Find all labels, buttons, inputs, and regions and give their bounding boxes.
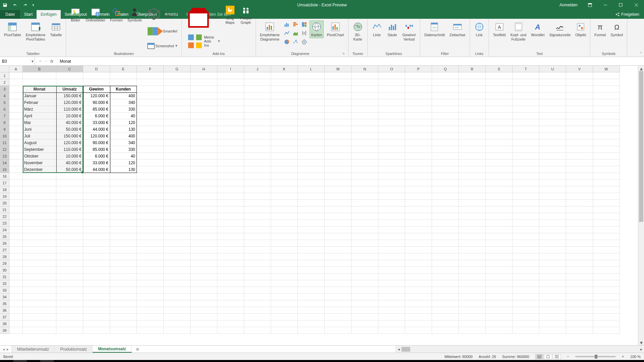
cell-T35[interactable] xyxy=(513,300,539,307)
cell-J7[interactable] xyxy=(244,113,271,119)
cell-P16[interactable] xyxy=(405,173,432,180)
cell-W9[interactable] xyxy=(593,126,620,133)
cell-H21[interactable] xyxy=(191,206,217,213)
cell-H1[interactable] xyxy=(191,72,217,79)
cell-T26[interactable] xyxy=(513,240,539,247)
row-header-1[interactable]: 1 xyxy=(0,72,9,79)
cell-D35[interactable] xyxy=(83,300,110,307)
cell-N32[interactable] xyxy=(352,280,378,287)
cell-V37[interactable] xyxy=(566,314,593,320)
cell-V1[interactable] xyxy=(566,72,593,79)
cell-W34[interactable] xyxy=(593,294,620,300)
row-header-23[interactable]: 23 xyxy=(0,220,9,227)
cell-O4[interactable] xyxy=(378,93,405,99)
cell-L17[interactable] xyxy=(298,180,325,186)
cell-G33[interactable] xyxy=(164,287,191,294)
cell-U38[interactable] xyxy=(539,320,566,327)
cell-M19[interactable] xyxy=(325,193,352,200)
cell-U26[interactable] xyxy=(539,240,566,247)
cell-D3[interactable]: Gewinn xyxy=(83,86,110,93)
cell-Q5[interactable] xyxy=(432,99,459,106)
cell-W19[interactable] xyxy=(593,193,620,200)
cell-O11[interactable] xyxy=(378,139,405,146)
cell-V21[interactable] xyxy=(566,206,593,213)
col-header-C[interactable]: C xyxy=(56,66,83,72)
cell-L36[interactable] xyxy=(298,307,325,314)
cell-L6[interactable] xyxy=(298,106,325,113)
cell-E32[interactable] xyxy=(110,280,137,287)
cell-G18[interactable] xyxy=(164,186,191,193)
cell-P23[interactable] xyxy=(405,220,432,227)
sparkline-line-button[interactable]: Linie xyxy=(370,21,384,38)
cell-M10[interactable] xyxy=(325,133,352,139)
cell-G25[interactable] xyxy=(164,233,191,240)
cell-U32[interactable] xyxy=(539,280,566,287)
cell-N35[interactable] xyxy=(352,300,378,307)
cell-W18[interactable] xyxy=(593,186,620,193)
cell-R34[interactable] xyxy=(459,294,486,300)
cell-G36[interactable] xyxy=(164,307,191,314)
cell-N28[interactable] xyxy=(352,253,378,260)
cell-T13[interactable] xyxy=(513,153,539,160)
col-header-H[interactable]: H xyxy=(191,66,217,72)
cell-L23[interactable] xyxy=(298,220,325,227)
cell-U18[interactable] xyxy=(539,186,566,193)
cell-V30[interactable] xyxy=(566,267,593,274)
cell-V8[interactable] xyxy=(566,119,593,126)
cell-I18[interactable] xyxy=(217,186,244,193)
col-header-N[interactable]: N xyxy=(352,66,378,72)
header-footer-button[interactable]: Kopf- und Fußzeile xyxy=(509,21,528,42)
cell-U1[interactable] xyxy=(539,72,566,79)
cell-G29[interactable] xyxy=(164,260,191,267)
cell-B17[interactable] xyxy=(23,180,56,186)
cell-O32[interactable] xyxy=(378,280,405,287)
cell-E7[interactable]: 40 xyxy=(110,113,137,119)
cell-D31[interactable] xyxy=(83,274,110,280)
signature-line-button[interactable]: Signaturzeile xyxy=(548,21,572,38)
cell-C19[interactable] xyxy=(56,193,83,200)
people-graph-button[interactable]: People Graph xyxy=(239,4,253,25)
cell-U27[interactable] xyxy=(539,247,566,253)
cell-C5[interactable]: 120.000 € xyxy=(56,99,83,106)
cell-H17[interactable] xyxy=(191,180,217,186)
cell-B23[interactable] xyxy=(23,220,56,227)
cell-D38[interactable] xyxy=(83,320,110,327)
cell-M39[interactable] xyxy=(325,327,352,334)
cell-H32[interactable] xyxy=(191,280,217,287)
cell-I30[interactable] xyxy=(217,267,244,274)
treemap-chart-icon[interactable] xyxy=(301,21,308,28)
cell-Q14[interactable] xyxy=(432,160,459,166)
cell-W15[interactable] xyxy=(593,166,620,173)
cell-F11[interactable] xyxy=(137,139,164,146)
cell-M25[interactable] xyxy=(325,233,352,240)
cell-A7[interactable] xyxy=(9,113,23,119)
row-header-39[interactable]: 39 xyxy=(0,327,9,334)
cell-S4[interactable] xyxy=(486,93,513,99)
row-header-21[interactable]: 21 xyxy=(0,206,9,213)
cell-Q19[interactable] xyxy=(432,193,459,200)
cell-T23[interactable] xyxy=(513,220,539,227)
cell-H23[interactable] xyxy=(191,220,217,227)
cell-N1[interactable] xyxy=(352,72,378,79)
cell-J2[interactable] xyxy=(244,79,271,86)
cell-J39[interactable] xyxy=(244,327,271,334)
cell-H29[interactable] xyxy=(191,260,217,267)
cell-W17[interactable] xyxy=(593,180,620,186)
cell-D37[interactable] xyxy=(83,314,110,320)
cell-H9[interactable] xyxy=(191,126,217,133)
cell-M38[interactable] xyxy=(325,320,352,327)
cell-P28[interactable] xyxy=(405,253,432,260)
cell-B1[interactable] xyxy=(23,72,56,79)
scroll-up-icon[interactable]: ▴ xyxy=(638,66,644,71)
cell-K9[interactable] xyxy=(271,126,298,133)
cell-Q28[interactable] xyxy=(432,253,459,260)
cell-C13[interactable]: 10.000 € xyxy=(56,153,83,160)
cell-N22[interactable] xyxy=(352,213,378,220)
row-header-9[interactable]: 9 xyxy=(0,126,9,133)
cell-I14[interactable] xyxy=(217,160,244,166)
cell-N15[interactable] xyxy=(352,166,378,173)
cell-A4[interactable] xyxy=(9,93,23,99)
3d-map-button[interactable]: 3D- Karte xyxy=(351,21,365,42)
cell-I36[interactable] xyxy=(217,307,244,314)
cell-A13[interactable] xyxy=(9,153,23,160)
